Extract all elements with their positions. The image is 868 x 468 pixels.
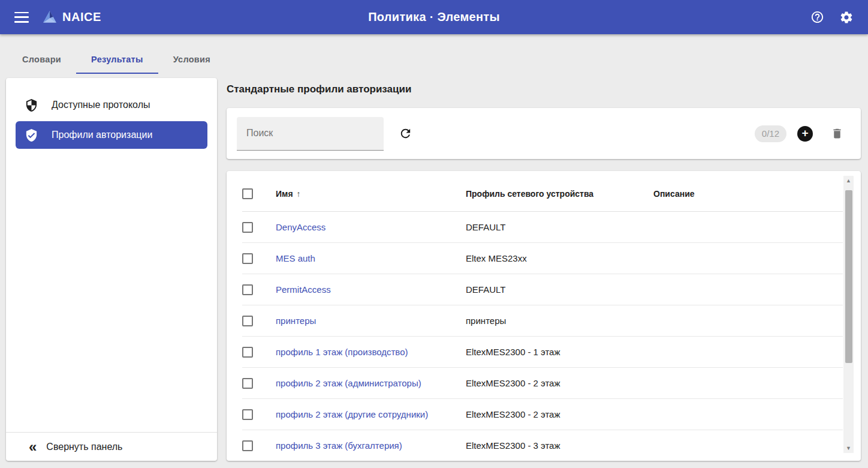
collapse-panel-label: Свернуть панель xyxy=(46,442,122,452)
row-checkbox[interactable] xyxy=(242,440,253,451)
tab-results[interactable]: Результаты xyxy=(76,46,158,74)
search-input[interactable] xyxy=(237,117,384,151)
collapse-panel-button[interactable]: « Свернуть панель xyxy=(6,432,217,461)
profiles-table: Имя ↑ Профиль сетевого устройства Описан… xyxy=(227,171,861,461)
tab-label: Словари xyxy=(22,55,61,64)
scroll-down-icon[interactable]: ▼ xyxy=(843,443,854,453)
tab-bar: Словари Результаты Условия xyxy=(7,34,225,74)
device-profile-text: DEFAULT xyxy=(466,284,505,295)
row-checkbox[interactable] xyxy=(242,316,253,326)
table-header-row: Имя ↑ Профиль сетевого устройства Описан… xyxy=(242,176,843,212)
logo-triangle-icon xyxy=(42,10,58,25)
table-row: DenyAccessDEFAULT xyxy=(242,212,843,243)
device-profile-text: EltexMES2300 - 2 этаж xyxy=(466,409,560,419)
device-profile-text: EltexMES2300 - 3 этаж xyxy=(466,440,560,451)
sidebar-item-authorization-profiles[interactable]: Профили авторизации xyxy=(16,121,207,149)
device-profile-text: EltexMES2300 - 2 этаж xyxy=(466,378,560,388)
row-checkbox[interactable] xyxy=(242,253,253,264)
row-checkbox[interactable] xyxy=(242,284,253,295)
column-header-description[interactable]: Описание xyxy=(653,189,843,199)
profile-name-link[interactable]: DenyAccess xyxy=(276,222,326,232)
column-label: Описание xyxy=(653,189,695,199)
table-body: DenyAccessDEFAULTMES authEltex MES23xxPe… xyxy=(242,212,843,461)
device-profile-text: Eltex MES23xx xyxy=(466,253,527,263)
table-row: профиль 2 этаж (администраторы)EltexMES2… xyxy=(242,368,843,399)
table-row: профиль 3 этаж (бухгалтерия)EltexMES2300… xyxy=(242,430,843,461)
shield-check-icon xyxy=(24,128,38,142)
sidebar: Доступные протоколы Профили авторизации … xyxy=(6,78,217,461)
help-icon[interactable] xyxy=(810,10,824,25)
delete-trash-icon[interactable] xyxy=(830,127,844,141)
profile-name-link[interactable]: профиль 1 этаж (производство) xyxy=(276,347,408,357)
toolbar: 0/12 + xyxy=(227,108,861,159)
sidebar-item-label: Доступные протоколы xyxy=(52,100,150,110)
row-checkbox[interactable] xyxy=(242,378,253,389)
refresh-icon[interactable] xyxy=(398,127,412,141)
column-header-name[interactable]: Имя ↑ xyxy=(276,189,466,199)
app-bar: NAICE Политика · Элементы xyxy=(0,0,868,34)
section-heading: Стандартные профили авторизации xyxy=(227,83,411,95)
profile-name-link[interactable]: профиль 2 этаж (другие сотрудники) xyxy=(276,409,428,419)
profile-name-link[interactable]: принтеры xyxy=(276,316,316,326)
profile-name-link[interactable]: профиль 3 этаж (бухгалтерия) xyxy=(276,440,402,451)
tab-conditions[interactable]: Условия xyxy=(158,46,225,74)
table-row: PermitAccessDEFAULT xyxy=(242,274,843,305)
column-label: Имя xyxy=(276,189,293,199)
page-title: Политика · Элементы xyxy=(0,10,868,24)
table-row: MES authEltex MES23xx xyxy=(242,243,843,274)
profile-name-link[interactable]: MES auth xyxy=(276,253,315,263)
row-checkbox[interactable] xyxy=(242,347,253,358)
tab-label: Результаты xyxy=(91,55,143,64)
settings-gear-icon[interactable] xyxy=(839,10,854,25)
table-row: профиль 2 этаж (другие сотрудники)EltexM… xyxy=(242,399,843,430)
column-header-device-profile[interactable]: Профиль сетевого устройства xyxy=(466,189,653,199)
scroll-up-icon[interactable]: ▲ xyxy=(843,176,854,185)
row-checkbox[interactable] xyxy=(242,409,253,420)
sort-ascending-icon: ↑ xyxy=(297,189,301,199)
app-logo: NAICE xyxy=(42,10,101,25)
table-row: профиль 1 этаж (производство)EltexMES230… xyxy=(242,337,843,368)
column-label: Профиль сетевого устройства xyxy=(466,189,593,199)
select-all-checkbox[interactable] xyxy=(242,188,253,199)
profile-name-link[interactable]: PermitAccess xyxy=(276,284,331,295)
app-name: NAICE xyxy=(62,10,101,24)
tab-dictionaries[interactable]: Словари xyxy=(7,46,76,74)
add-button[interactable]: + xyxy=(797,126,813,142)
device-profile-text: DEFAULT xyxy=(466,222,505,232)
row-checkbox[interactable] xyxy=(242,222,253,233)
sidebar-item-available-protocols[interactable]: Доступные протоколы xyxy=(16,91,207,119)
sidebar-item-label: Профили авторизации xyxy=(52,130,152,140)
table-scrollbar[interactable]: ▲ ▼ xyxy=(843,176,854,453)
selection-count-badge: 0/12 xyxy=(755,125,786,142)
shield-icon xyxy=(24,98,38,112)
double-chevron-left-icon: « xyxy=(29,440,35,454)
device-profile-text: принтеры xyxy=(466,316,506,326)
table-row: принтерыпринтеры xyxy=(242,305,843,337)
menu-icon[interactable] xyxy=(14,12,29,23)
tab-label: Условия xyxy=(173,55,210,64)
plus-icon: + xyxy=(801,127,808,139)
profile-name-link[interactable]: профиль 2 этаж (администраторы) xyxy=(276,378,421,388)
scrollbar-thumb[interactable] xyxy=(845,190,852,363)
device-profile-text: EltexMES2300 - 1 этаж xyxy=(466,347,560,357)
